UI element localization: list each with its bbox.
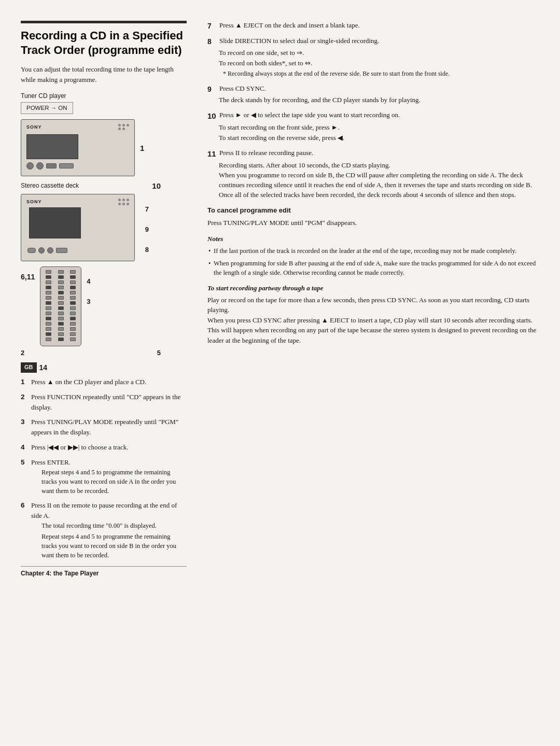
- step-3: 3 Press TUNING/PLAY MODE repeatedly unti…: [21, 417, 187, 438]
- remote-btn: [70, 317, 76, 320]
- remote-btn: [46, 296, 51, 300]
- step-11-sub: Recording starts. After about 10 seconds…: [219, 161, 539, 200]
- remote-btn: [46, 332, 51, 336]
- label-5: 5: [157, 348, 161, 358]
- label-1: 1: [140, 143, 144, 154]
- remote-btn: [70, 291, 76, 294]
- step-1-text: Press ▲ on the CD player and place a CD.: [31, 378, 146, 386]
- remote-btn: [70, 286, 76, 289]
- gb-tag: GB: [21, 362, 37, 373]
- intro-text: You can adjust the total recording time …: [21, 64, 187, 85]
- deck-dot: [118, 203, 121, 205]
- cd-btn-circle: [36, 162, 44, 170]
- remote-btn: [46, 317, 51, 320]
- remote-btn: [70, 337, 76, 341]
- step-6: 6 Press II on the remote to pause record…: [21, 500, 187, 560]
- step-2-text: Press FUNCTION repeatedly until "CD" app…: [31, 393, 180, 411]
- step-8-text: Slide DIRECTION to select dual or single…: [219, 36, 379, 46]
- step-10: 10 Press ► or ◀ to select the tape side …: [207, 110, 539, 143]
- remote-btn: [58, 286, 64, 289]
- label-10: 10: [152, 180, 176, 192]
- remote-btn: [70, 306, 76, 310]
- cassette-buttons: [27, 247, 67, 254]
- cd-btn-circle: [26, 162, 34, 170]
- step-1: 1 Press ▲ on the CD player and place a C…: [21, 377, 187, 387]
- cd-dot: [122, 124, 125, 126]
- cd-btn-rect: [46, 163, 57, 168]
- remote-btn: [58, 332, 64, 336]
- notes-label: Notes: [207, 234, 539, 244]
- deck-dot: [122, 199, 125, 201]
- step-2: 2 Press FUNCTION repeatedly until "CD" a…: [21, 392, 187, 413]
- deck-dot: [127, 203, 129, 205]
- step-9-text: Press CD SYNC.: [219, 84, 266, 94]
- label-8: 8: [145, 245, 149, 255]
- cassette-btn: [47, 247, 53, 254]
- remote-btn: [58, 275, 64, 279]
- cd-display: [26, 134, 78, 159]
- title-divider: [21, 21, 187, 23]
- remote-btn: [70, 327, 76, 331]
- remote-btn: [70, 280, 76, 284]
- cassette-btn: [27, 248, 36, 253]
- remote-btn: [46, 337, 51, 341]
- gb-row: GB 14: [21, 362, 187, 373]
- label-2: 2: [21, 348, 24, 358]
- remote-btn: [70, 270, 76, 274]
- remote-control-device: [40, 266, 81, 346]
- remote-btn: [70, 312, 76, 315]
- step-1-num: 1: [21, 377, 29, 387]
- remote-btn: [58, 280, 64, 284]
- deck-label: Stereo cassette deck: [21, 181, 79, 190]
- note-item-2: When programming for side B after pausin…: [207, 259, 539, 277]
- cd-dot: [118, 124, 121, 126]
- cassette-btn: [56, 248, 67, 253]
- cassette-window: [29, 207, 81, 238]
- cd-dot: [127, 124, 129, 126]
- step-9-num: 9: [207, 84, 217, 94]
- step-6-num: 6: [21, 500, 29, 511]
- step-7-text: Press ▲ EJECT on the deck and insert a b…: [219, 21, 360, 31]
- label-7: 7: [145, 205, 149, 215]
- step-8-note: * Recording always stops at the end of t…: [223, 69, 539, 78]
- step-5-num: 5: [21, 457, 29, 468]
- step-5-text: Press ENTER.: [31, 458, 71, 466]
- cd-dot: [118, 128, 121, 130]
- remote-btn: [46, 322, 51, 326]
- remote-btn: [58, 301, 64, 305]
- remote-btn: [46, 280, 51, 284]
- deck-dot: [118, 199, 121, 201]
- step-10-num: 10: [207, 110, 217, 122]
- step-3-text: Press TUNING/PLAY MODE repeatedly until …: [31, 418, 178, 436]
- deck-dot: [127, 199, 129, 201]
- remote-btn: [70, 322, 76, 326]
- step-6-sub: The total recording time "0.00" is displ…: [41, 521, 187, 530]
- cd-buttons: [26, 162, 74, 170]
- note-item-1: If the last portion of the track is reco…: [207, 246, 539, 256]
- remote-btn: [58, 322, 64, 326]
- step-8-num: 8: [207, 36, 217, 47]
- remote-btn: [70, 275, 76, 279]
- step-5-sub: Repeat steps 4 and 5 to programme the re…: [41, 468, 187, 496]
- remote-btn: [46, 327, 51, 331]
- label-4: 4: [87, 277, 90, 287]
- label-9: 9: [145, 225, 149, 235]
- cassette-deck-device: SONY: [21, 194, 135, 261]
- step-8-sub1: To record on one side, set to ⇒.: [219, 48, 539, 58]
- step-11-text: Press II to release recording pause.: [219, 148, 313, 158]
- remote-btn: [58, 296, 64, 300]
- remote-btn: [46, 301, 51, 305]
- device-diagram: Tuner CD player POWER → ON SONY: [21, 92, 176, 358]
- step-6-text: Press II on the remote to pause recordin…: [31, 501, 177, 519]
- step-10-sub2: To start recording on the reverse side, …: [219, 133, 539, 143]
- cd-btn-rect2: [59, 163, 74, 168]
- remote-btn: [58, 291, 64, 294]
- cd-player-device: SONY: [21, 119, 135, 176]
- remote-btn: [70, 332, 76, 336]
- step-10-text: Press ► or ◀ to select the tape side you…: [219, 110, 400, 120]
- step-10-sub1: To start recording on the front side, pr…: [219, 123, 539, 133]
- step-8: 8 Slide DIRECTION to select dual or sing…: [207, 36, 539, 78]
- deck-dot: [122, 203, 125, 205]
- cassette-btn: [38, 247, 45, 254]
- remote-btn: [46, 286, 51, 289]
